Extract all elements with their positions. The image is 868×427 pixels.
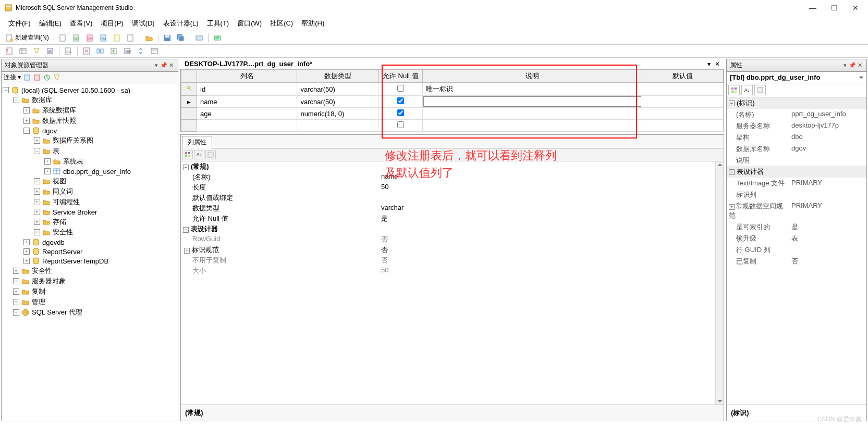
menu-window[interactable]: 窗口(W) bbox=[234, 18, 265, 29]
oe-tb-1[interactable] bbox=[23, 73, 31, 82]
tb-icon-2[interactable]: MD bbox=[70, 33, 83, 43]
menu-tools[interactable]: 工具(T) bbox=[204, 18, 233, 29]
alphabetical-icon[interactable]: A↓ bbox=[741, 85, 753, 95]
categorized-icon[interactable] bbox=[182, 150, 193, 159]
table-row-empty[interactable] bbox=[181, 120, 724, 132]
desc-input[interactable] bbox=[423, 96, 641, 107]
tree-db-snapshot[interactable]: +数据库快照 bbox=[3, 116, 177, 126]
tab-close-icon[interactable]: ✕ bbox=[713, 60, 722, 68]
menu-help[interactable]: 帮助(H) bbox=[298, 18, 327, 29]
chevron-down-icon[interactable] bbox=[859, 77, 863, 79]
column-properties-grid[interactable]: −(常规) (名称)name 长度50 默认值或绑定 数据类型varchar 允… bbox=[181, 161, 724, 405]
svg-rect-54 bbox=[185, 155, 187, 157]
alphabetical-icon[interactable]: A↓ bbox=[194, 150, 204, 159]
pin-icon[interactable]: 📌 bbox=[849, 62, 856, 69]
tb2-icon-11[interactable] bbox=[148, 46, 161, 56]
oe-tb-2[interactable] bbox=[33, 73, 41, 82]
folder-icon bbox=[32, 106, 40, 115]
table-row[interactable]: ▸ name varchar(50) bbox=[181, 96, 724, 108]
tree-root[interactable]: −(local) (SQL Server 10.50.1600 - sa) bbox=[3, 85, 177, 95]
dropdown-icon[interactable]: ▾ bbox=[153, 62, 160, 69]
open-button[interactable] bbox=[143, 33, 155, 43]
tree-report-server-temp[interactable]: +ReportServerTempDB bbox=[3, 256, 177, 266]
tree-dgovdb[interactable]: +dgovdb bbox=[3, 237, 177, 247]
tb2-icon-7[interactable] bbox=[94, 46, 106, 56]
table-row[interactable]: id varchar(50) 唯一标识 bbox=[181, 83, 724, 96]
tree-dgov[interactable]: −dgov bbox=[3, 126, 177, 135]
tb-icon-ext[interactable] bbox=[193, 33, 205, 43]
property-pages-icon[interactable] bbox=[205, 150, 216, 159]
tb2-icon-4[interactable]: ab bbox=[44, 46, 56, 56]
tree-databases[interactable]: −数据库 bbox=[3, 95, 177, 105]
dropdown-icon[interactable]: ▾ bbox=[841, 62, 849, 69]
new-query-button[interactable]: 新建查询(N) bbox=[3, 32, 51, 43]
tree-report-server[interactable]: +ReportServer bbox=[3, 247, 177, 256]
properties-list[interactable]: −(标识) (名称)pprt_dg_user_info 服务器名称desktop… bbox=[727, 97, 866, 405]
tb-icon-4[interactable]: XM bbox=[97, 33, 110, 43]
maximize-button[interactable]: ☐ bbox=[831, 4, 838, 12]
column-properties-tab[interactable]: 列属性 bbox=[182, 136, 212, 148]
tb2-icon-9[interactable]: xml bbox=[121, 46, 133, 56]
tree-security-node[interactable]: +安全性 bbox=[3, 227, 177, 237]
tree-replication[interactable]: +复制 bbox=[3, 286, 177, 297]
designer-grid[interactable]: 列名 数据类型 允许 Null 值 说明 默认值 id varchar(50) … bbox=[181, 69, 724, 132]
menu-file[interactable]: 文件(F) bbox=[5, 18, 34, 29]
menu-table-designer[interactable]: 表设计器(L) bbox=[160, 18, 202, 29]
allow-null-checkbox[interactable] bbox=[397, 109, 404, 116]
header-col-name: 列名 bbox=[197, 70, 297, 83]
tb-icon-1[interactable] bbox=[57, 33, 69, 43]
allow-null-checkbox[interactable] bbox=[397, 85, 404, 92]
close-panel-icon[interactable]: ✕ bbox=[167, 62, 175, 69]
designer-tab-title[interactable]: DESKTOP-LJV177P....prt_dg_user_info* bbox=[182, 59, 314, 69]
allow-null-checkbox[interactable] bbox=[397, 121, 404, 128]
tb-icon-5[interactable] bbox=[111, 33, 124, 43]
menu-debug[interactable]: 调试(D) bbox=[129, 18, 158, 29]
tab-dropdown-icon[interactable]: ▾ bbox=[705, 60, 713, 68]
close-panel-icon[interactable]: ✕ bbox=[856, 62, 863, 69]
tree-programmability[interactable]: +可编程性 bbox=[3, 197, 177, 207]
tree-storage[interactable]: +存储 bbox=[3, 217, 177, 227]
tb2-icon-10[interactable] bbox=[135, 46, 147, 56]
tb-icon-6[interactable] bbox=[125, 33, 137, 43]
tb2-icon-3[interactable] bbox=[30, 46, 43, 56]
connect-button[interactable]: 连接 ▾ bbox=[4, 73, 21, 82]
scrollbar[interactable] bbox=[715, 161, 724, 405]
minimize-button[interactable]: — bbox=[809, 4, 816, 12]
menu-view[interactable]: 查看(V) bbox=[67, 18, 95, 29]
table-row[interactable]: age numeric(18, 0) bbox=[181, 108, 724, 120]
tree-server-objects[interactable]: +服务器对象 bbox=[3, 276, 177, 286]
allow-null-checkbox[interactable] bbox=[397, 97, 404, 104]
tree-security[interactable]: +安全性 bbox=[3, 266, 177, 276]
save-button[interactable] bbox=[161, 33, 174, 43]
close-button[interactable]: ✕ bbox=[852, 4, 859, 12]
categorized-icon[interactable] bbox=[728, 85, 740, 95]
tree-tables[interactable]: −表 bbox=[3, 146, 177, 156]
tb2-icon-2[interactable] bbox=[17, 46, 29, 56]
tb2-icon-6[interactable] bbox=[80, 46, 93, 56]
tree-sql-agent[interactable]: +SQL Server 代理 bbox=[3, 307, 177, 318]
tb2-icon-8[interactable] bbox=[107, 46, 120, 56]
tree-system-databases[interactable]: +系统数据库 bbox=[3, 105, 177, 116]
tree-views[interactable]: +视图 bbox=[3, 176, 177, 186]
tb2-icon-5[interactable]: SQL bbox=[62, 46, 75, 56]
menu-project[interactable]: 项目(P) bbox=[97, 18, 126, 29]
save-all-button[interactable] bbox=[175, 33, 187, 43]
menu-community[interactable]: 社区(C) bbox=[267, 18, 296, 29]
tree-service-broker[interactable]: +Service Broker bbox=[3, 207, 177, 217]
menu-edit[interactable]: 编辑(E) bbox=[36, 18, 65, 29]
tree-db-diagrams[interactable]: +数据库关系图 bbox=[3, 135, 177, 146]
oe-tb-4[interactable] bbox=[53, 73, 61, 82]
object-explorer-tree[interactable]: −(local) (SQL Server 10.50.1600 - sa) −数… bbox=[2, 83, 178, 421]
properties-object-label[interactable]: [Tbl] dbo.pprt_dg_user_info bbox=[730, 73, 858, 81]
tree-synonyms[interactable]: +同义词 bbox=[3, 186, 177, 197]
property-pages-icon[interactable] bbox=[754, 85, 766, 95]
annotation-text: 修改注册表后，就可以看到注释列 及默认值列了 bbox=[385, 147, 557, 181]
tree-user-info-table[interactable]: +dbo.pprt_dg_user_info bbox=[3, 167, 177, 176]
tree-system-tables[interactable]: +系统表 bbox=[3, 156, 177, 167]
tb-icon-3[interactable]: DM bbox=[84, 33, 96, 43]
oe-tb-3[interactable] bbox=[43, 73, 51, 82]
tree-management[interactable]: +管理 bbox=[3, 297, 177, 307]
pin-icon[interactable]: 📌 bbox=[160, 62, 167, 69]
tb2-icon-1[interactable] bbox=[3, 46, 16, 56]
activity-monitor-button[interactable] bbox=[211, 33, 224, 43]
